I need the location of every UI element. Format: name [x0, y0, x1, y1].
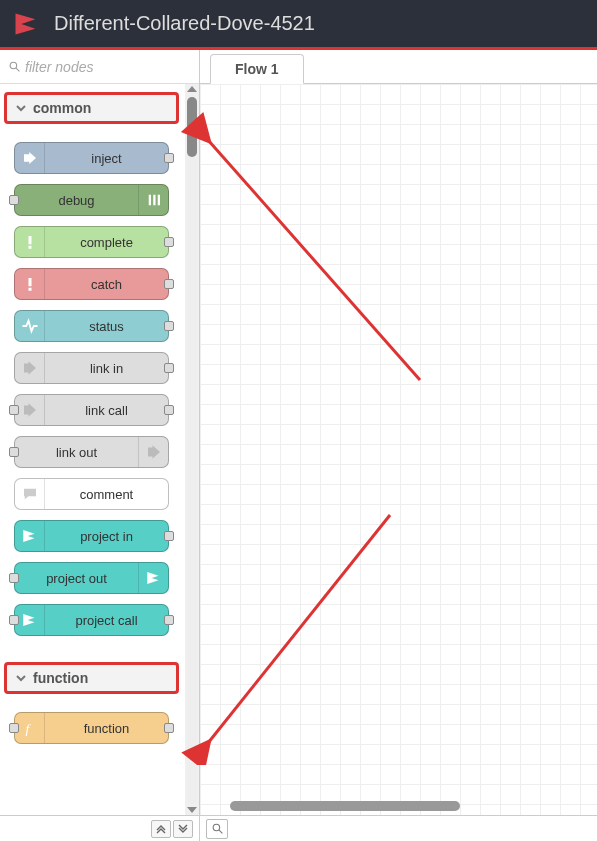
node-output-port — [164, 321, 174, 331]
node-input-port — [9, 573, 19, 583]
svg-rect-6 — [28, 246, 31, 249]
node-input-port — [9, 447, 19, 457]
node-label: function — [45, 721, 168, 736]
node-label: project call — [45, 613, 168, 628]
node-input-port — [9, 723, 19, 733]
filter-nodes-wrap — [0, 50, 199, 84]
link-out-icon — [138, 437, 168, 467]
node-output-port — [164, 363, 174, 373]
page-title: Different-Collared-Dove-4521 — [54, 12, 315, 35]
canvas-footer — [200, 815, 597, 841]
palette-node-link-out[interactable]: link out — [14, 436, 169, 468]
category-label: function — [33, 670, 88, 686]
svg-text:f: f — [25, 721, 31, 736]
node-output-port — [164, 153, 174, 163]
inject-icon — [15, 143, 45, 173]
palette-node-function[interactable]: ffunction — [14, 712, 169, 744]
node-output-port — [164, 279, 174, 289]
node-input-port — [9, 195, 19, 205]
palette-node-complete[interactable]: complete — [14, 226, 169, 258]
canvas-search-button[interactable] — [206, 819, 228, 839]
scroll-down-icon[interactable] — [187, 807, 197, 813]
category-header-function[interactable]: function — [6, 664, 177, 692]
canvas-horizontal-scrollbar[interactable] — [230, 801, 587, 811]
collapse-all-button[interactable] — [151, 820, 171, 838]
node-label: link out — [15, 445, 138, 460]
function-icon: f — [15, 713, 45, 743]
palette-node-link-call[interactable]: link call — [14, 394, 169, 426]
search-icon — [8, 60, 21, 73]
expand-all-button[interactable] — [173, 820, 193, 838]
svg-point-10 — [213, 824, 220, 831]
node-label: comment — [45, 487, 168, 502]
svg-rect-7 — [28, 278, 31, 286]
svg-rect-8 — [28, 288, 31, 291]
svg-point-0 — [10, 62, 17, 68]
debug-icon — [138, 185, 168, 215]
project-icon — [15, 605, 45, 635]
node-output-port — [164, 237, 174, 247]
svg-rect-3 — [153, 195, 155, 206]
svg-line-1 — [16, 68, 19, 71]
link-in-icon — [15, 395, 45, 425]
node-label: link call — [45, 403, 168, 418]
node-output-port — [164, 531, 174, 541]
flow-tabs: Flow 1 — [200, 50, 597, 84]
node-output-port — [164, 723, 174, 733]
svg-rect-2 — [148, 195, 150, 206]
category-header-common[interactable]: common — [6, 94, 177, 122]
palette-node-project-out[interactable]: project out — [14, 562, 169, 594]
palette-scrollbar[interactable] — [185, 84, 199, 815]
category-label: common — [33, 100, 91, 116]
app-logo-icon — [12, 10, 40, 38]
chevron-down-icon — [15, 102, 27, 114]
palette-sidebar: commoninjectdebugcompletecatchstatuslink… — [0, 50, 200, 841]
filter-nodes-input[interactable] — [25, 59, 191, 75]
svg-rect-4 — [157, 195, 159, 206]
palette-node-status[interactable]: status — [14, 310, 169, 342]
node-label: catch — [45, 277, 168, 292]
project-icon — [15, 521, 45, 551]
palette-node-debug[interactable]: debug — [14, 184, 169, 216]
node-label: debug — [15, 193, 138, 208]
chevron-down-icon — [15, 672, 27, 684]
node-input-port — [9, 615, 19, 625]
flow-canvas[interactable] — [200, 84, 597, 815]
app-header: Different-Collared-Dove-4521 — [0, 0, 597, 50]
scroll-up-icon[interactable] — [187, 86, 197, 92]
project-icon — [138, 563, 168, 593]
svg-rect-5 — [28, 236, 31, 244]
node-label: complete — [45, 235, 168, 250]
tab-flow-1[interactable]: Flow 1 — [210, 54, 304, 84]
node-label: project in — [45, 529, 168, 544]
palette-node-comment[interactable]: comment — [14, 478, 169, 510]
alert-icon — [15, 227, 45, 257]
palette-node-inject[interactable]: inject — [14, 142, 169, 174]
node-output-port — [164, 405, 174, 415]
link-in-icon — [15, 353, 45, 383]
scrollbar-track[interactable] — [187, 95, 197, 804]
palette-node-project-in[interactable]: project in — [14, 520, 169, 552]
tab-label: Flow 1 — [235, 61, 279, 77]
comment-icon — [15, 479, 45, 509]
node-label: status — [45, 319, 168, 334]
status-icon — [15, 311, 45, 341]
node-label: link in — [45, 361, 168, 376]
palette-node-link-in[interactable]: link in — [14, 352, 169, 384]
alert-icon — [15, 269, 45, 299]
node-input-port — [9, 405, 19, 415]
node-label: inject — [45, 151, 168, 166]
node-output-port — [164, 615, 174, 625]
main-area: Flow 1 — [200, 50, 597, 841]
canvas-horizontal-scrollbar-thumb[interactable] — [230, 801, 460, 811]
node-label: project out — [15, 571, 138, 586]
palette-footer — [0, 815, 199, 841]
palette-node-project-call[interactable]: project call — [14, 604, 169, 636]
scrollbar-thumb[interactable] — [187, 97, 197, 157]
palette-node-catch[interactable]: catch — [14, 268, 169, 300]
svg-line-11 — [219, 830, 222, 833]
